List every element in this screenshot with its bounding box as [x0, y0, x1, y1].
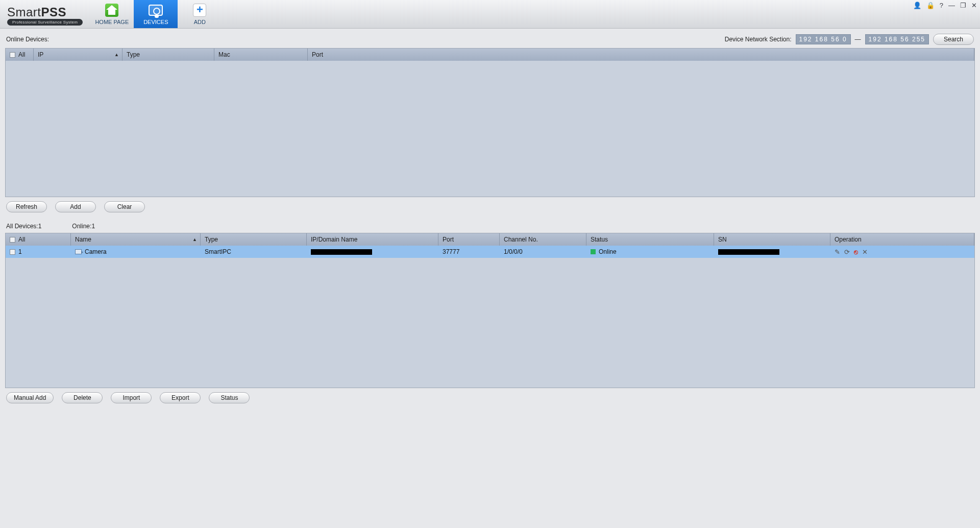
col2-all-label: All — [18, 236, 25, 243]
delete-button[interactable]: Delete — [62, 392, 103, 403]
add-icon: + — [192, 4, 207, 17]
tab-add-label: ADD — [194, 19, 206, 25]
app-logo: SmartPSS Professional Surveillance Syste… — [0, 0, 90, 28]
checkbox-all-devices[interactable] — [10, 237, 15, 243]
device-counts: All Devices:1 Online:1 — [0, 213, 980, 233]
sort-asc-icon: ▲ — [114, 52, 119, 57]
minimize-icon[interactable]: — — [948, 2, 955, 9]
sort-asc-icon: ▲ — [192, 237, 197, 242]
col-mac[interactable]: Mac — [214, 49, 308, 61]
col2-name-label: Name — [75, 236, 91, 243]
ip-to-input[interactable]: 192 168 56 255 — [865, 34, 929, 44]
export-button[interactable]: Export — [160, 392, 201, 403]
tab-home[interactable]: HOME PAGE — [90, 0, 134, 28]
row-name: Camera — [85, 248, 107, 255]
col2-port-label: Port — [443, 236, 454, 243]
search-button[interactable]: Search — [933, 34, 974, 45]
ip-from-input[interactable]: 192 168 56 0 — [796, 34, 851, 44]
col2-status[interactable]: Status — [586, 233, 714, 246]
row-checkbox[interactable] — [10, 249, 15, 255]
app-title-a: Smart — [7, 5, 41, 19]
online-action-row: Refresh Add Clear — [0, 197, 980, 213]
table-row[interactable]: 1 Camera SmartIPC 37777 1/0/0/0 Online ✎… — [6, 246, 974, 258]
refresh-button[interactable]: Refresh — [6, 201, 47, 212]
app-subtitle: Professional Surveillance System — [7, 19, 83, 26]
col2-channel[interactable]: Channel No. — [500, 233, 586, 246]
col2-name[interactable]: Name ▲ — [71, 233, 201, 246]
ip-range-dash: — — [855, 36, 861, 43]
col-mac-label: Mac — [218, 51, 230, 58]
tab-home-label: HOME PAGE — [95, 19, 129, 25]
network-section: Device Network Section: 192 168 56 0 — 1… — [725, 34, 974, 45]
tab-devices-label: DEVICES — [143, 19, 168, 25]
bottom-action-row: Manual Add Delete Import Export Status — [0, 388, 980, 407]
main-tabs: HOME PAGE DEVICES + ADD — [90, 0, 222, 28]
logout-icon[interactable]: ⎋ — [854, 249, 858, 255]
app-title: SmartPSS — [7, 5, 83, 19]
online-table-body — [6, 61, 974, 197]
all-table-body: 1 Camera SmartIPC 37777 1/0/0/0 Online ✎… — [6, 246, 974, 388]
user-icon[interactable]: 👤 — [913, 2, 921, 9]
camera-icon — [75, 249, 82, 254]
import-button[interactable]: Import — [111, 392, 152, 403]
col2-all-checkbox[interactable]: All — [6, 233, 71, 246]
col2-ip-domain[interactable]: IP/Domain Name — [307, 233, 438, 246]
row-index: 1 — [18, 248, 22, 255]
col2-status-label: Status — [591, 236, 608, 243]
col-ip-label: IP — [38, 51, 43, 58]
col2-op-label: Operation — [835, 236, 862, 243]
online-devices-panel: All IP ▲ Type Mac Port — [5, 48, 975, 197]
home-icon — [104, 4, 119, 17]
col-type-label: Type — [127, 51, 140, 58]
col2-port[interactable]: Port — [438, 233, 500, 246]
row-status: Online — [599, 248, 617, 255]
online-table-header: All IP ▲ Type Mac Port — [6, 49, 974, 61]
col2-ipd-label: IP/Domain Name — [311, 236, 357, 243]
delete-icon[interactable]: ✕ — [862, 249, 868, 255]
status-button[interactable]: Status — [209, 392, 250, 403]
row-sn — [718, 249, 779, 255]
tab-devices[interactable]: DEVICES — [134, 0, 178, 28]
col2-type-label: Type — [205, 236, 218, 243]
lock-icon[interactable]: 🔒 — [926, 2, 935, 9]
col-ip[interactable]: IP ▲ — [34, 49, 122, 61]
all-devices-panel: All Name ▲ Type IP/Domain Name Port Chan… — [5, 233, 975, 388]
add-button[interactable]: Add — [55, 201, 96, 212]
col-type[interactable]: Type — [122, 49, 214, 61]
col2-type[interactable]: Type — [201, 233, 307, 246]
app-title-b: PSS — [41, 5, 67, 19]
maximize-icon[interactable]: ❐ — [960, 2, 966, 9]
online-header: Online Devices: Device Network Section: … — [0, 29, 980, 48]
edit-icon[interactable]: ✎ — [835, 249, 840, 255]
row-ip-domain — [311, 249, 372, 255]
network-section-label: Device Network Section: — [725, 36, 792, 43]
row-type: SmartIPC — [205, 248, 231, 255]
close-icon[interactable]: ✕ — [971, 2, 977, 9]
online-devices-label: Online Devices: — [6, 36, 49, 43]
all-devices-count: All Devices:1 — [6, 223, 41, 230]
all-table-header: All Name ▲ Type IP/Domain Name Port Chan… — [6, 233, 974, 246]
refresh-icon[interactable]: ⟳ — [844, 249, 850, 255]
col-port[interactable]: Port — [308, 49, 974, 61]
col2-operation[interactable]: Operation — [830, 233, 974, 246]
clear-button[interactable]: Clear — [104, 201, 145, 212]
col2-sn-label: SN — [718, 236, 727, 243]
row-port: 37777 — [443, 248, 459, 255]
col-port-label: Port — [312, 51, 323, 58]
col-all-label: All — [18, 51, 25, 58]
help-icon[interactable]: ? — [940, 2, 943, 9]
devices-icon — [148, 4, 163, 17]
title-bar: SmartPSS Professional Surveillance Syste… — [0, 0, 980, 29]
window-controls: 👤 🔒 ? — ❐ ✕ — [913, 2, 977, 9]
row-operation-icons: ✎ ⟳ ⎋ ✕ — [835, 249, 868, 255]
status-indicator-icon — [591, 249, 596, 254]
online-count: Online:1 — [72, 223, 95, 230]
manual-add-button[interactable]: Manual Add — [6, 392, 54, 403]
checkbox-all-online[interactable] — [10, 52, 15, 58]
col-all-checkbox[interactable]: All — [6, 49, 34, 61]
col2-sn[interactable]: SN — [714, 233, 830, 246]
col2-chn-label: Channel No. — [504, 236, 538, 243]
tab-add[interactable]: + ADD — [178, 0, 222, 28]
row-channel: 1/0/0/0 — [504, 248, 523, 255]
